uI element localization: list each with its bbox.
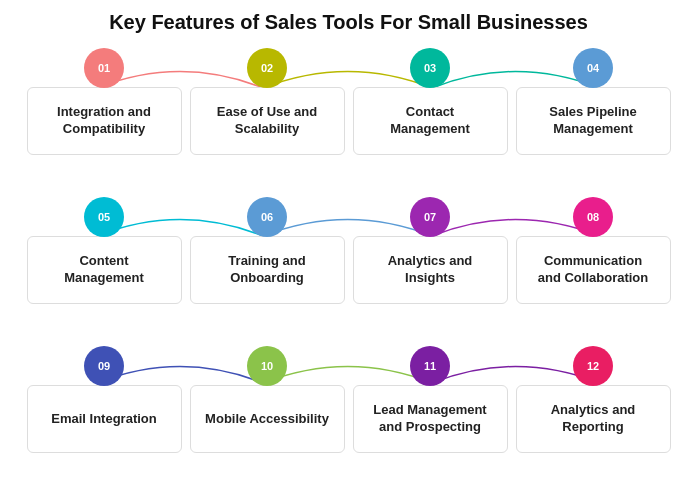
card-12: Analytics andReporting — [516, 385, 671, 453]
feature-col-04: 04 Sales PipelineManagement — [516, 48, 671, 155]
card-10: Mobile Accessibility — [190, 385, 345, 453]
card-01: Integration andCompatibility — [27, 87, 182, 155]
feature-col-08: 08 Communicationand Collaboration — [516, 197, 671, 304]
card-04: Sales PipelineManagement — [516, 87, 671, 155]
feature-col-03: 03 ContactManagement — [353, 48, 508, 155]
feature-col-02: 02 Ease of Use andScalability — [190, 48, 345, 155]
main-container: Key Features of Sales Tools For Small Bu… — [0, 0, 697, 501]
card-05: ContentManagement — [27, 236, 182, 304]
row-3: 09 Email Integration 10 Mobile Accessibi… — [15, 346, 682, 453]
feature-col-09: 09 Email Integration — [27, 346, 182, 453]
bubble-04: 04 — [573, 48, 613, 88]
bubble-01: 01 — [84, 48, 124, 88]
card-08: Communicationand Collaboration — [516, 236, 671, 304]
feature-col-11: 11 Lead Managementand Prospecting — [353, 346, 508, 453]
feature-col-07: 07 Analytics andInsights — [353, 197, 508, 304]
feature-col-05: 05 ContentManagement — [27, 197, 182, 304]
card-06: Training andOnboarding — [190, 236, 345, 304]
bubble-11: 11 — [410, 346, 450, 386]
card-11: Lead Managementand Prospecting — [353, 385, 508, 453]
bubble-07: 07 — [410, 197, 450, 237]
bubble-05: 05 — [84, 197, 124, 237]
page-title: Key Features of Sales Tools For Small Bu… — [15, 10, 682, 34]
bubble-08: 08 — [573, 197, 613, 237]
row-1: 01 Integration andCompatibility 02 Ease … — [15, 48, 682, 155]
bubble-09: 09 — [84, 346, 124, 386]
card-02: Ease of Use andScalability — [190, 87, 345, 155]
card-03: ContactManagement — [353, 87, 508, 155]
card-09: Email Integration — [27, 385, 182, 453]
bubble-12: 12 — [573, 346, 613, 386]
row-2: 05 ContentManagement 06 Training andOnbo… — [15, 197, 682, 304]
card-07: Analytics andInsights — [353, 236, 508, 304]
feature-col-12: 12 Analytics andReporting — [516, 346, 671, 453]
bubble-10: 10 — [247, 346, 287, 386]
feature-col-10: 10 Mobile Accessibility — [190, 346, 345, 453]
feature-col-01: 01 Integration andCompatibility — [27, 48, 182, 155]
bubble-02: 02 — [247, 48, 287, 88]
bubble-03: 03 — [410, 48, 450, 88]
bubble-06: 06 — [247, 197, 287, 237]
feature-col-06: 06 Training andOnboarding — [190, 197, 345, 304]
